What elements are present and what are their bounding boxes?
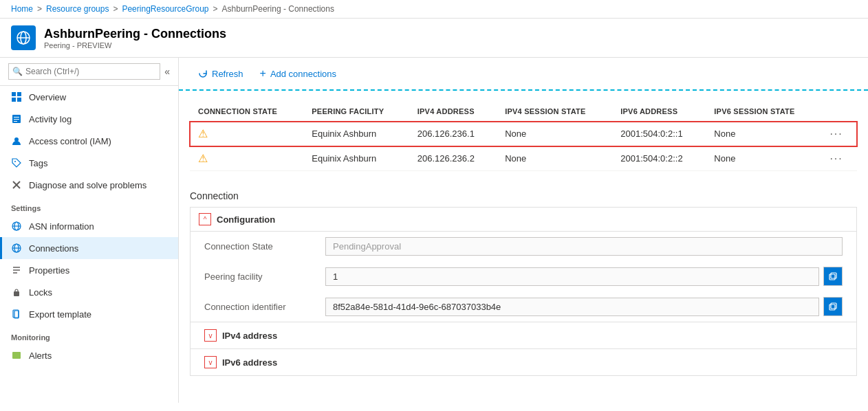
warning-icon-2: ⚠ — [198, 153, 208, 164]
peering-facility-copy-button[interactable] — [823, 267, 843, 286]
sidebar-export-label: Export template — [29, 309, 91, 320]
table-row[interactable]: ⚠ Equinix Ashburn 206.126.236.2 None 200… — [190, 146, 857, 171]
row1-dots[interactable]: ··· — [821, 122, 857, 146]
header-icon — [11, 25, 36, 50]
row2-more-button[interactable]: ··· — [829, 153, 843, 165]
svg-rect-8 — [14, 117, 19, 118]
connection-id-row: Connection identifier — [191, 291, 856, 322]
add-icon: + — [260, 67, 266, 80]
collapse-sidebar-button[interactable]: « — [164, 66, 170, 77]
sidebar-item-asn-info[interactable]: ASN information — [0, 215, 178, 237]
search-icon: 🔍 — [12, 67, 23, 76]
connection-state-input[interactable] — [325, 237, 843, 256]
sidebar-connections-label: Connections — [29, 243, 78, 254]
page-subtitle: Peering - PREVIEW — [44, 41, 226, 49]
row1-more-button[interactable]: ··· — [829, 128, 843, 140]
add-connections-button[interactable]: + Add connections — [252, 63, 345, 84]
row2-dots[interactable]: ··· — [821, 146, 857, 171]
refresh-button[interactable]: Refresh — [190, 65, 252, 83]
sidebar-item-connections[interactable]: Connections — [0, 237, 178, 259]
sidebar-item-tags[interactable]: Tags — [0, 152, 178, 174]
access-control-icon — [11, 135, 22, 146]
peering-facility-input-group — [325, 267, 843, 286]
monitoring-section-label: Monitoring — [0, 325, 178, 344]
svg-rect-6 — [17, 98, 21, 102]
search-input[interactable] — [8, 63, 160, 80]
sidebar-properties-label: Properties — [29, 265, 69, 276]
sidebar-item-diagnose[interactable]: Diagnose and solve problems — [0, 174, 178, 196]
detail-title: Connection — [190, 182, 857, 207]
warning-icon: ⚠ — [198, 128, 208, 140]
main-content: Refresh + Add connections CONNECTION STA… — [179, 58, 868, 403]
col-peering-facility: PEERING FACILITY — [303, 102, 409, 122]
connection-id-input-group — [325, 297, 843, 316]
row2-ipv4-session: None — [497, 146, 612, 171]
svg-rect-3 — [12, 92, 16, 96]
add-label: Add connections — [270, 69, 336, 79]
svg-rect-10 — [14, 121, 17, 122]
config-section-label: Configuration — [217, 214, 275, 225]
breadcrumb-peering-resource-group[interactable]: PeeringResourceGroup — [122, 4, 208, 14]
ipv6-expand-icon[interactable]: v — [204, 356, 217, 368]
row1-state: ⚠ — [190, 122, 303, 146]
sidebar-item-overview[interactable]: Overview — [0, 86, 178, 108]
connections-table: CONNECTION STATE PEERING FACILITY IPV4 A… — [190, 102, 857, 171]
sidebar-search-container: 🔍 « — [0, 58, 178, 86]
svg-rect-30 — [829, 304, 835, 310]
ipv4-section: v IPv4 address — [191, 322, 856, 348]
ipv4-expand-icon[interactable]: v — [204, 329, 217, 342]
connection-id-label: Connection identifier — [204, 302, 314, 312]
connection-id-input[interactable] — [325, 298, 819, 316]
row2-ipv4: 206.126.236.2 — [409, 146, 497, 171]
row1-ipv6-session: None — [706, 122, 821, 146]
sidebar-tags-label: Tags — [29, 158, 47, 168]
connection-id-copy-button[interactable] — [823, 297, 843, 316]
col-ipv6-address: IPV6 ADDRESS — [612, 102, 706, 122]
row1-facility: Equinix Ashburn — [303, 122, 409, 146]
connections-icon — [11, 243, 22, 254]
sidebar-access-control-label: Access control (IAM) — [29, 136, 111, 146]
config-expand-icon[interactable]: ^ — [199, 213, 211, 225]
sidebar-activity-log-label: Activity log — [29, 114, 72, 124]
ipv6-section-header[interactable]: v IPv6 address — [191, 349, 856, 375]
connection-state-label: Connection State — [204, 241, 314, 252]
ipv4-section-label: IPv4 address — [222, 331, 277, 341]
sidebar-item-access-control[interactable]: Access control (IAM) — [0, 130, 178, 152]
svg-rect-27 — [12, 352, 21, 359]
svg-rect-9 — [14, 119, 19, 120]
svg-rect-25 — [13, 310, 19, 318]
sidebar-item-properties[interactable]: Properties — [0, 259, 178, 281]
svg-rect-31 — [831, 303, 836, 309]
sidebar-item-export-template[interactable]: Export template — [0, 303, 178, 325]
activity-log-icon — [11, 113, 22, 124]
connection-state-row: Connection State — [191, 232, 856, 261]
svg-rect-29 — [831, 273, 836, 278]
sidebar-diagnose-label: Diagnose and solve problems — [29, 180, 147, 190]
sidebar-item-activity-log[interactable]: Activity log — [0, 108, 178, 130]
detail-section: Connection ^ Configuration Connection St… — [179, 182, 868, 387]
svg-rect-5 — [12, 98, 16, 102]
tags-icon — [11, 157, 22, 168]
table-row[interactable]: ⚠ Equinix Ashburn 206.126.236.1 None 200… — [190, 122, 857, 146]
ipv4-section-header[interactable]: v IPv4 address — [191, 322, 856, 348]
asn-info-icon — [11, 221, 22, 232]
breadcrumb-resource-groups[interactable]: Resource groups — [46, 4, 109, 14]
svg-point-12 — [14, 161, 16, 162]
peering-facility-input[interactable] — [325, 267, 819, 286]
overview-icon — [11, 91, 22, 102]
config-panel: ^ Configuration Connection State Peering… — [190, 207, 857, 376]
sidebar-item-alerts[interactable]: Alerts — [0, 344, 178, 366]
row2-ipv6: 2001:504:0:2::2 — [612, 146, 706, 171]
row2-ipv6-session: None — [706, 146, 821, 171]
copy-icon-2 — [829, 302, 837, 311]
svg-rect-26 — [14, 311, 19, 318]
sidebar-item-locks[interactable]: Locks — [0, 281, 178, 303]
page-header: AshburnPeering - Connections Peering - P… — [0, 19, 868, 58]
sidebar-overview-label: Overview — [29, 92, 66, 102]
properties-icon — [11, 265, 22, 276]
breadcrumb-current: AshburnPeering - Connections — [222, 4, 334, 14]
config-section-header[interactable]: ^ Configuration — [191, 208, 856, 232]
peering-facility-label: Peering facility — [204, 271, 314, 282]
toolbar: Refresh + Add connections — [179, 58, 868, 91]
breadcrumb-home[interactable]: Home — [11, 4, 33, 14]
